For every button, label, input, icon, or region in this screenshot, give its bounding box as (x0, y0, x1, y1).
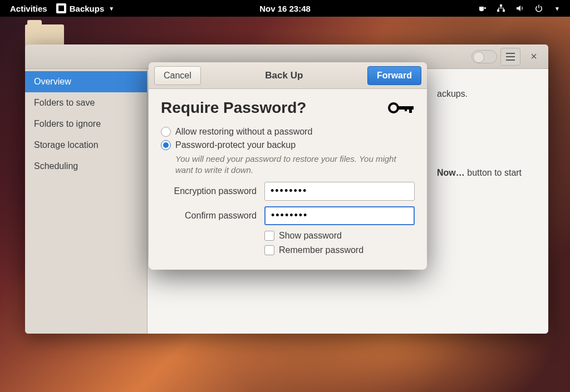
radio-label: Allow restoring without a password (175, 127, 312, 137)
key-icon (388, 101, 415, 115)
network-icon[interactable] (497, 4, 505, 13)
top-panel: Activities Backups ▼ Nov 16 23:48 ▼ (0, 0, 570, 17)
remember-password-checkbox[interactable]: Remember password (264, 245, 415, 255)
radio-label: Password-protect your backup (175, 140, 296, 150)
svg-rect-2 (503, 9, 505, 12)
svg-rect-5 (506, 59, 515, 61)
app-menu[interactable]: Backups ▼ (56, 3, 114, 13)
sidebar-item-storage[interactable]: Storage location (25, 135, 147, 156)
chevron-down-icon: ▼ (554, 6, 560, 12)
checkbox-icon (264, 245, 274, 255)
window-close-button[interactable]: × (524, 48, 544, 66)
checkbox-label: Show password (279, 231, 342, 241)
radio-no-password[interactable]: Allow restoring without a password (161, 127, 415, 137)
password-hint: You will need your password to restore y… (175, 153, 415, 176)
sidebar-item-folders-save[interactable]: Folders to save (25, 92, 147, 113)
confirm-password-field[interactable] (264, 206, 415, 225)
radio-icon (161, 140, 171, 150)
radio-password-protect[interactable]: Password-protect your backup (161, 140, 415, 150)
checkbox-icon (264, 231, 274, 241)
checkbox-label: Remember password (279, 245, 363, 255)
svg-rect-8 (409, 106, 412, 113)
encryption-password-label: Encryption password (161, 186, 264, 196)
sidebar-item-scheduling[interactable]: Scheduling (25, 156, 147, 177)
svg-rect-4 (506, 56, 515, 57)
radio-icon (161, 127, 171, 137)
volume-icon[interactable] (515, 4, 524, 13)
svg-rect-9 (405, 106, 407, 111)
show-password-checkbox[interactable]: Show password (264, 231, 415, 241)
svg-rect-3 (506, 53, 515, 54)
chevron-down-icon: ▼ (109, 6, 114, 12)
svg-point-6 (389, 103, 398, 112)
clock[interactable]: Nov 16 23:48 (259, 4, 311, 13)
app-icon (56, 3, 66, 13)
obscured-text: Now… button to start (437, 168, 522, 178)
obscured-text: ackups. (437, 89, 468, 99)
activities-button[interactable]: Activities (10, 4, 47, 13)
svg-rect-0 (500, 4, 502, 7)
confirm-password-label: Confirm password (161, 211, 264, 221)
dialog-header: Cancel Back Up Forward (149, 62, 427, 89)
window-sidebar: Overview Folders to save Folders to igno… (25, 69, 148, 334)
sidebar-item-folders-ignore[interactable]: Folders to ignore (25, 113, 147, 135)
sidebar-item-overview[interactable]: Overview (25, 71, 147, 92)
caffeine-icon[interactable] (478, 4, 487, 13)
system-tray[interactable]: ▼ (478, 4, 570, 13)
cancel-button[interactable]: Cancel (154, 66, 201, 85)
power-icon[interactable] (534, 4, 543, 13)
dialog-title: Back Up (265, 70, 303, 81)
encryption-password-field[interactable] (264, 182, 415, 201)
backup-dialog: Cancel Back Up Forward Require Password?… (149, 62, 427, 270)
svg-rect-1 (497, 9, 499, 12)
app-menu-label: Backups (70, 4, 105, 13)
hamburger-menu-button[interactable] (500, 48, 520, 66)
auto-backup-toggle[interactable] (471, 50, 497, 63)
dialog-heading: Require Password? (161, 99, 306, 117)
forward-button[interactable]: Forward (367, 66, 421, 85)
